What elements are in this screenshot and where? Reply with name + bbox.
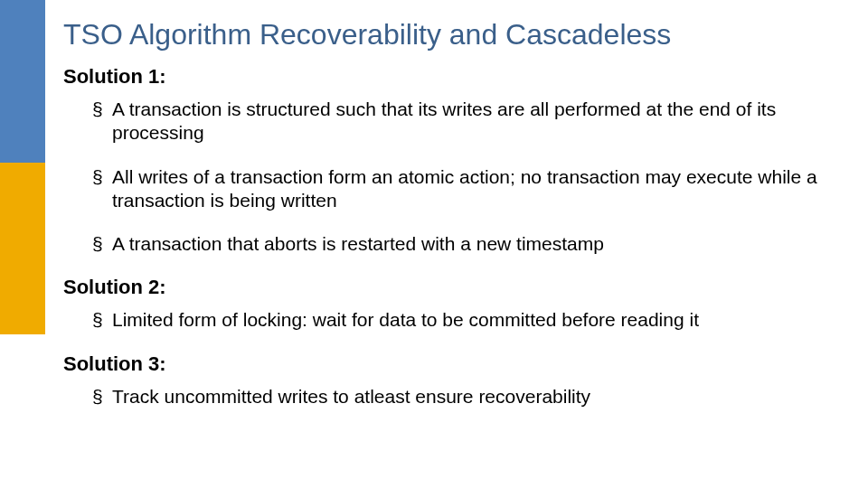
bullet-item: Limited form of locking: wait for data t… <box>92 308 841 332</box>
bullet-item: All writes of a transaction form an atom… <box>92 165 841 213</box>
side-stripe-white <box>0 334 45 488</box>
heading-solution-2: Solution 2: <box>63 276 841 299</box>
slide-content: TSO Algorithm Recoverability and Cascade… <box>45 0 868 488</box>
bullets-solution-3: Track uncommitted writes to atleast ensu… <box>63 385 841 408</box>
bullet-item: Track uncommitted writes to atleast ensu… <box>92 385 841 408</box>
heading-solution-3: Solution 3: <box>63 352 841 376</box>
bullet-item: A transaction is structured such that it… <box>92 98 841 145</box>
side-stripe-yellow <box>0 163 45 334</box>
bullets-solution-2: Limited form of locking: wait for data t… <box>63 308 841 332</box>
bullets-solution-1: A transaction is structured such that it… <box>63 98 841 256</box>
slide-title: TSO Algorithm Recoverability and Cascade… <box>63 16 841 52</box>
side-stripe-blue <box>0 0 45 163</box>
bullet-item: A transaction that aborts is restarted w… <box>92 232 841 256</box>
heading-solution-1: Solution 1: <box>63 65 841 89</box>
